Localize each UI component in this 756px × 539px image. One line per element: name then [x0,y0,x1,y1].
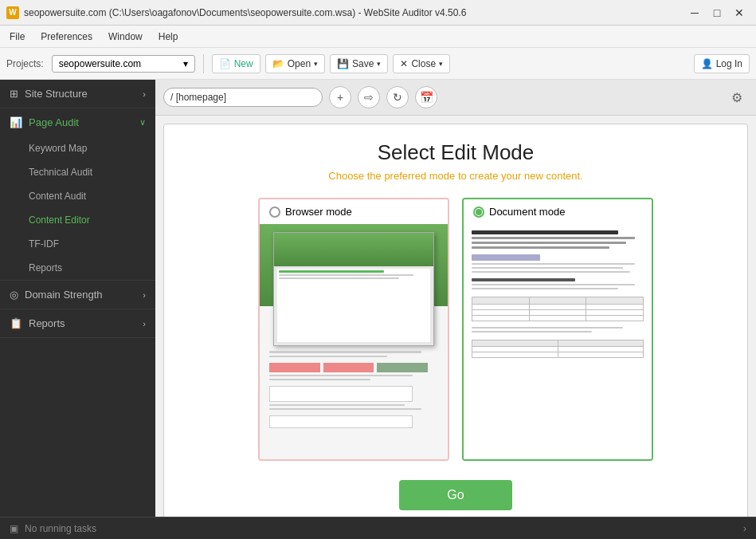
document-mode-header: Document mode [464,199,652,224]
save-label: Save [352,58,374,69]
sidebar-section-page-audit: 📊 Page Audit ∨ Keyword Map Technical Aud… [0,108,155,281]
forward-button[interactable]: ⇨ [358,86,380,108]
tasks-icon: ▣ [10,523,18,534]
new-label: New [234,58,253,69]
refresh-button[interactable]: ↻ [386,86,409,108]
window-title: seopowersuite.com (C:\Users\oagafonov\Do… [24,7,466,18]
sidebar-item-content-editor[interactable]: Content Editor [0,208,155,232]
toolbar: Projects: seopowersuite.com ▾ 📄 New 📂 Op… [0,48,756,80]
menu-help[interactable]: Help [152,29,185,45]
sidebar-item-reports-page-audit[interactable]: Reports [0,256,155,280]
login-button[interactable]: 👤 Log In [694,54,750,73]
sidebar-section-site-structure: ⊞ Site Structure › [0,80,155,108]
sidebar-item-keyword-map[interactable]: Keyword Map [0,136,155,160]
browser-mode-preview [260,224,448,459]
login-icon: 👤 [701,58,713,69]
expand-icon[interactable]: › [743,523,746,534]
address-bar: / [homepage] + ⇨ ↻ 📅 ⚙ [155,80,756,116]
sidebar-label-domain-strength: Domain Strength [25,289,103,301]
sidebar-item-page-audit[interactable]: 📊 Page Audit ∨ [0,108,155,136]
projects-label: Projects: [6,58,44,69]
modes-container: Same view as in a regular external brows… [180,198,731,461]
chart-icon: 📊 [10,116,22,128]
open-button[interactable]: 📂 Open ▾ [265,54,325,73]
sidebar-label-reports: Reports [29,317,65,329]
menu-file[interactable]: File [3,29,31,45]
chevron-right-icon-3: › [143,319,146,329]
document-mode-preview [464,224,652,459]
bottom-bar: ▣ No running tasks › [0,517,756,539]
save-arrow-icon: ▾ [377,60,381,68]
sidebar-item-domain-strength[interactable]: ◎ Domain Strength › [0,281,155,309]
menu-preferences[interactable]: Preferences [34,29,99,45]
open-arrow-icon: ▾ [314,60,318,68]
open-icon: 📂 [272,58,284,69]
minimize-button[interactable]: ─ [684,4,705,22]
separator [203,54,204,73]
open-label: Open [288,58,311,69]
close-project-icon: ✕ [400,58,408,69]
calendar-button[interactable]: 📅 [415,86,437,108]
close-project-button[interactable]: ✕ Close ▾ [393,54,450,73]
circle-icon: ◎ [10,289,18,301]
menu-window[interactable]: Window [102,29,149,45]
chevron-right-icon: › [143,89,146,99]
new-icon: 📄 [219,58,231,69]
sidebar-item-content-audit[interactable]: Content Audit [0,184,155,208]
close-arrow-icon: ▾ [439,60,443,68]
chevron-right-icon-2: › [143,290,146,300]
save-button[interactable]: 💾 Save ▾ [330,54,388,73]
save-icon: 💾 [337,58,349,69]
project-dropdown[interactable]: seopowersuite.com ▾ [52,55,195,73]
add-button[interactable]: + [329,86,351,108]
sidebar-section-reports: 📋 Reports › [0,309,155,338]
sidebar-label-page-audit: Page Audit [29,116,79,128]
browser-mode-box[interactable]: Same view as in a regular external brows… [258,198,449,461]
dialog-title: Select Edit Mode [180,140,731,165]
dialog-subtitle: Choose the preferred mode to create your… [180,170,731,182]
title-bar: W seopowersuite.com (C:\Users\oagafonov\… [0,0,756,26]
sidebar: ⊞ Site Structure › 📊 Page Audit ∨ Keywor… [0,80,155,517]
edit-mode-dialog: Select Edit Mode Choose the preferred mo… [163,124,748,517]
login-label: Log In [716,58,742,69]
project-name: seopowersuite.com [59,58,141,69]
sidebar-label-site-structure: Site Structure [25,88,88,100]
main-layout: ⊞ Site Structure › 📊 Page Audit ∨ Keywor… [0,80,756,517]
browser-radio[interactable] [269,207,280,218]
app-icon: W [6,6,19,19]
maximize-button[interactable]: □ [707,4,727,22]
gear-button[interactable]: ⚙ [726,86,748,108]
sidebar-item-technical-audit[interactable]: Technical Audit [0,160,155,184]
go-button[interactable]: Go [399,480,511,510]
grid-icon: ⊞ [10,88,18,100]
document-radio[interactable] [473,207,484,218]
dropdown-arrow-icon: ▾ [183,58,188,69]
url-input[interactable]: / [homepage] [163,88,323,107]
status-text: No running tasks [25,523,96,534]
new-button[interactable]: 📄 New [212,54,260,73]
menu-bar: File Preferences Window Help [0,26,756,48]
document-mode-box[interactable]: Text+images view with no styles Document… [462,198,653,461]
sidebar-item-tf-idf[interactable]: TF-IDF [0,232,155,256]
sidebar-item-site-structure[interactable]: ⊞ Site Structure › [0,80,155,108]
content-area: / [homepage] + ⇨ ↻ 📅 ⚙ Select Edit Mode … [155,80,756,517]
window-controls: ─ □ ✕ [684,4,750,22]
sidebar-section-domain-strength: ◎ Domain Strength › [0,281,155,309]
browser-mode-label: Browser mode [285,206,352,218]
close-label: Close [411,58,436,69]
chevron-down-icon: ∨ [139,117,146,128]
close-button[interactable]: ✕ [729,4,750,22]
sidebar-item-reports[interactable]: 📋 Reports › [0,309,155,337]
report-icon: 📋 [10,317,22,329]
document-mode-label: Document mode [489,206,565,218]
browser-mode-header: Browser mode [260,199,448,224]
